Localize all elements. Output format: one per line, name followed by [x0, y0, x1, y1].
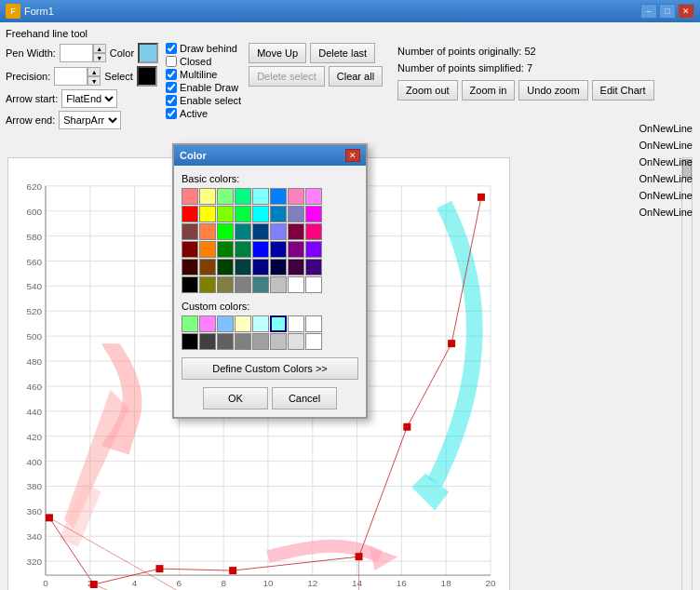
basic-color-cell[interactable]: [270, 188, 287, 205]
multiline-checkbox[interactable]: [166, 69, 177, 80]
points-original-stat: Number of points originally: 52: [397, 43, 653, 60]
pen-width-label: Pen Width:: [6, 47, 56, 59]
close-button[interactable]: ✕: [678, 4, 694, 19]
precision-input[interactable]: 2: [54, 67, 88, 86]
basic-color-cell[interactable]: [288, 206, 304, 222]
arrow-start-select[interactable]: FlatEnd: [61, 89, 117, 108]
basic-color-cell[interactable]: [270, 223, 287, 240]
basic-color-cell[interactable]: [199, 188, 216, 205]
basic-color-cell[interactable]: [252, 241, 269, 258]
basic-color-cell[interactable]: [305, 241, 322, 258]
custom-color-cell[interactable]: [235, 315, 251, 332]
custom-color-cell[interactable]: [217, 333, 234, 350]
edit-chart-button[interactable]: Edit Chart: [592, 80, 654, 101]
custom-color-cell[interactable]: [182, 333, 198, 350]
define-custom-colors-button[interactable]: Define Custom Colors >>: [182, 357, 358, 380]
custom-color-cell[interactable]: [182, 315, 198, 332]
custom-color-cell[interactable]: [288, 333, 304, 350]
arrow-end-select[interactable]: SharpArr: [59, 111, 121, 129]
svg-text:14: 14: [352, 578, 363, 588]
basic-color-cell[interactable]: [182, 188, 198, 205]
custom-color-cell[interactable]: [305, 333, 322, 350]
precision-up[interactable]: ▲: [88, 67, 101, 76]
pen-width-up[interactable]: ▲: [93, 44, 106, 53]
basic-color-cell[interactable]: [217, 188, 234, 205]
basic-color-cell[interactable]: [288, 188, 304, 205]
basic-color-cell[interactable]: [252, 259, 269, 275]
basic-color-cell[interactable]: [305, 259, 322, 275]
custom-color-cell[interactable]: [252, 315, 269, 332]
vertical-scrollbar[interactable]: [681, 157, 693, 590]
basic-color-cell[interactable]: [270, 276, 287, 293]
pen-width-down[interactable]: ▼: [93, 53, 106, 62]
zoom-in-button[interactable]: Zoom in: [462, 80, 516, 101]
basic-color-cell[interactable]: [182, 241, 198, 258]
move-up-button[interactable]: Move Up: [249, 43, 306, 63]
ok-button[interactable]: OK: [203, 387, 268, 409]
basic-color-cell[interactable]: [305, 206, 322, 222]
maximize-button[interactable]: □: [659, 4, 676, 19]
zoom-out-button[interactable]: Zoom out: [397, 80, 457, 101]
basic-color-cell[interactable]: [182, 206, 198, 222]
basic-color-cell[interactable]: [199, 206, 216, 222]
color-swatch[interactable]: [138, 43, 158, 63]
closed-checkbox[interactable]: [166, 56, 177, 67]
basic-color-cell[interactable]: [182, 223, 198, 240]
custom-color-cell[interactable]: [305, 315, 322, 332]
basic-color-cell[interactable]: [235, 276, 251, 293]
basic-color-cell[interactable]: [288, 259, 304, 275]
basic-color-cell[interactable]: [288, 276, 304, 293]
basic-color-cell[interactable]: [270, 206, 287, 222]
custom-color-cell[interactable]: [252, 333, 269, 350]
basic-color-cell[interactable]: [252, 223, 269, 240]
select-swatch[interactable]: [137, 66, 157, 87]
custom-color-cell[interactable]: [217, 315, 234, 332]
basic-color-cell[interactable]: [270, 259, 287, 275]
enable-draw-checkbox[interactable]: [166, 82, 177, 93]
svg-text:540: 540: [26, 281, 42, 291]
basic-color-cell[interactable]: [270, 241, 287, 258]
custom-color-cell[interactable]: [288, 315, 304, 332]
basic-color-cell[interactable]: [217, 259, 234, 275]
cancel-button[interactable]: Cancel: [272, 387, 337, 409]
basic-color-cell[interactable]: [252, 206, 269, 222]
basic-color-cell[interactable]: [217, 276, 234, 293]
basic-color-cell[interactable]: [199, 223, 216, 240]
dialog-close-button[interactable]: ✕: [345, 149, 360, 162]
clear-all-button[interactable]: Clear all: [329, 66, 383, 87]
precision-down[interactable]: ▼: [88, 76, 101, 86]
basic-color-cell[interactable]: [199, 276, 216, 293]
basic-color-cell[interactable]: [199, 241, 216, 258]
delete-last-button[interactable]: Delete last: [310, 43, 375, 63]
basic-color-cell[interactable]: [288, 223, 304, 240]
basic-color-cell[interactable]: [235, 241, 251, 258]
pen-width-input[interactable]: 20: [60, 44, 93, 62]
basic-color-cell[interactable]: [235, 223, 251, 240]
basic-color-cell[interactable]: [199, 259, 216, 275]
basic-color-cell[interactable]: [288, 241, 304, 258]
custom-color-cell[interactable]: [235, 333, 251, 350]
custom-color-cell[interactable]: [270, 333, 287, 350]
custom-color-cell[interactable]: [270, 315, 287, 332]
basic-color-cell[interactable]: [235, 259, 251, 275]
basic-color-cell[interactable]: [182, 276, 198, 293]
enable-select-checkbox[interactable]: [166, 95, 177, 106]
draw-behind-checkbox[interactable]: [166, 43, 177, 54]
basic-color-cell[interactable]: [305, 223, 322, 240]
basic-color-cell[interactable]: [235, 206, 251, 222]
custom-color-cell[interactable]: [199, 333, 216, 350]
basic-color-cell[interactable]: [217, 241, 234, 258]
basic-color-cell[interactable]: [217, 206, 234, 222]
undo-zoom-button[interactable]: Undo zoom: [518, 80, 587, 101]
basic-color-cell[interactable]: [235, 188, 251, 205]
basic-color-cell[interactable]: [252, 276, 269, 293]
active-checkbox[interactable]: [166, 108, 177, 119]
custom-color-cell[interactable]: [199, 315, 216, 332]
basic-color-cell[interactable]: [305, 276, 322, 293]
minimize-button[interactable]: –: [640, 4, 657, 19]
basic-color-cell[interactable]: [305, 188, 322, 205]
basic-color-cell[interactable]: [182, 259, 198, 275]
basic-color-cell[interactable]: [252, 188, 269, 205]
delete-select-button[interactable]: Delete select: [249, 66, 325, 87]
basic-color-cell[interactable]: [217, 223, 234, 240]
